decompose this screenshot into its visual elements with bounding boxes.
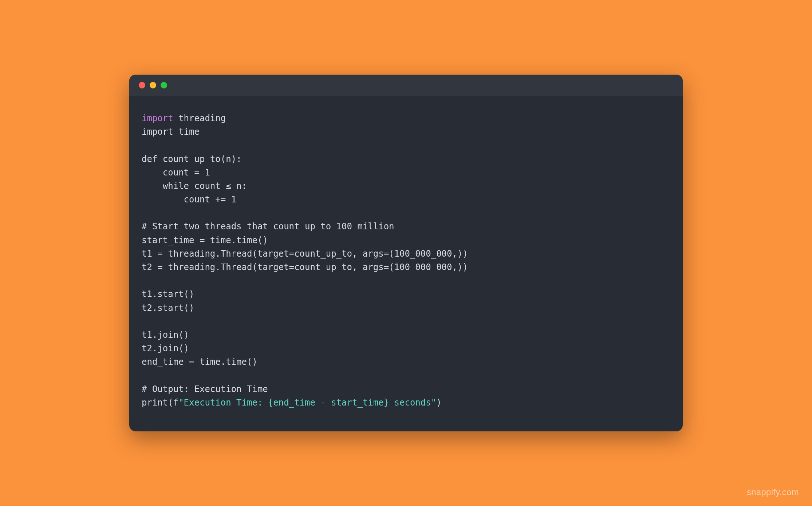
zoom-icon[interactable] — [161, 82, 167, 88]
code-window: import threading import time def count_u… — [129, 75, 683, 431]
code-token: print(f — [142, 398, 178, 408]
code-token: ) — [436, 398, 441, 408]
code-token: # Start two threads that count up to 100… — [142, 221, 394, 232]
code-token: def count_up_to(n): — [142, 154, 242, 164]
code-token: t1.start() — [142, 289, 194, 299]
code-area: import threading import time def count_u… — [129, 96, 683, 431]
code-token: import — [142, 113, 173, 123]
code-token: while count ≤ n: — [142, 181, 247, 191]
code-token: t2.start() — [142, 303, 194, 313]
code-token: # Output: Execution Time — [142, 384, 268, 394]
code-token: t1 = threading.Thread(target=count_up_to… — [142, 249, 468, 259]
code-token: count += 1 — [142, 194, 236, 205]
code-token: t2 = threading.Thread(target=count_up_to… — [142, 262, 468, 272]
code-token: count = 1 — [142, 167, 210, 178]
code-token: t2.join() — [142, 343, 189, 353]
window-titlebar — [129, 75, 683, 96]
code-token: "Execution Time: {end_time - start_time}… — [178, 398, 436, 408]
code-token: start_time = time.time() — [142, 235, 268, 245]
watermark: snappify.com — [747, 487, 799, 497]
code-block: import threading import time def count_u… — [142, 112, 670, 410]
code-token: import time — [142, 127, 200, 137]
code-token: threading — [173, 113, 226, 123]
minimize-icon[interactable] — [150, 82, 156, 88]
code-token: t1.join() — [142, 330, 189, 340]
close-icon[interactable] — [139, 82, 145, 88]
code-token: end_time = time.time() — [142, 357, 257, 367]
